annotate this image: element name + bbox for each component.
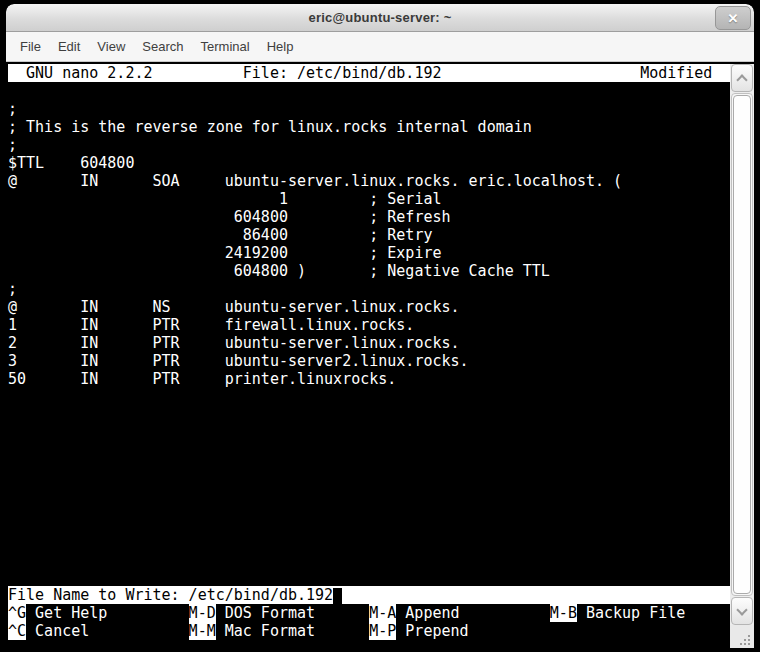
- shortcut-key: M-P: [369, 622, 396, 640]
- nano-filename-prompt[interactable]: File Name to Write: /etc/bind/db.192: [8, 586, 730, 604]
- shortcut-append: M-A Append: [369, 604, 459, 622]
- shortcut-label: Mac Format: [216, 622, 315, 640]
- terminal-line: @ IN NS ubuntu-server.linux.rocks.: [8, 298, 730, 316]
- shortcut-label: DOS Format: [216, 604, 315, 622]
- nano-filename: File: /etc/bind/db.192: [243, 64, 442, 82]
- nano-modified-flag: Modified: [640, 64, 712, 82]
- terminal-line: 1 ; Serial: [8, 190, 730, 208]
- chevron-up-icon: [736, 74, 747, 85]
- close-icon[interactable]: ✕: [715, 6, 751, 30]
- nano-header-bar: GNU nano 2.2.2File: /etc/bind/db.192Modi…: [8, 64, 730, 82]
- shortcut-cancel: ^C Cancel: [8, 622, 89, 640]
- terminal-line: ;: [8, 280, 730, 298]
- menu-item-edit[interactable]: Edit: [58, 39, 80, 54]
- terminal-line: [8, 82, 730, 100]
- shortcut-key: M-A: [369, 604, 396, 622]
- menu-item-file[interactable]: File: [20, 39, 41, 54]
- shortcut-get-help: ^G Get Help: [8, 604, 107, 622]
- shortcut-mac-format: M-M Mac Format: [189, 622, 315, 640]
- chevron-down-icon: [736, 604, 747, 615]
- terminal-line: [8, 406, 730, 424]
- window-title: eric@ubuntu-server: ~: [309, 10, 452, 25]
- scrollbar-track[interactable]: [731, 93, 753, 596]
- terminal-line: 604800 ) ; Negative Cache TTL: [8, 262, 730, 280]
- terminal-buffer: ;; This is the reverse zone for linux.ro…: [8, 82, 730, 586]
- text-cursor: [333, 588, 342, 604]
- terminal-line: @ IN SOA ubuntu-server.linux.rocks. eric…: [8, 172, 730, 190]
- terminal-line: 1 IN PTR firewall.linux.rocks.: [8, 316, 730, 334]
- menu-item-search[interactable]: Search: [142, 39, 183, 54]
- shortcut-dos-format: M-D DOS Format: [189, 604, 315, 622]
- terminal-line: $TTL 604800: [8, 154, 730, 172]
- resize-grip[interactable]: [730, 625, 754, 648]
- terminal-line: ;: [8, 100, 730, 118]
- shortcut-key: M-M: [189, 622, 216, 640]
- terminal-line: 86400 ; Retry: [8, 226, 730, 244]
- grip-dots-icon: [748, 643, 750, 645]
- terminal-line: [8, 514, 730, 532]
- shortcut-key: ^G: [8, 604, 26, 622]
- terminal-line: 50 IN PTR printer.linuxrocks.: [8, 370, 730, 388]
- terminal-screen[interactable]: GNU nano 2.2.2File: /etc/bind/db.192Modi…: [8, 64, 730, 647]
- terminal-line: [8, 478, 730, 496]
- shortcut-label: Cancel: [26, 622, 89, 640]
- shortcut-key: ^C: [8, 622, 26, 640]
- terminal-line: [8, 568, 730, 586]
- terminal-line: ;: [8, 136, 730, 154]
- shortcuts-row-1: ^G Get HelpM-D DOS FormatM-A AppendM-B B…: [8, 604, 730, 622]
- nano-version: GNU nano 2.2.2: [26, 64, 152, 82]
- terminal-line: [8, 496, 730, 514]
- scrollbar-thumb[interactable]: [733, 95, 751, 594]
- scroll-down-button[interactable]: [731, 597, 753, 625]
- terminal-line: [8, 550, 730, 568]
- terminal-line: 3 IN PTR ubuntu-server2.linux.rocks.: [8, 352, 730, 370]
- window-titlebar[interactable]: eric@ubuntu-server: ~ ✕: [6, 4, 754, 32]
- menu-item-help[interactable]: Help: [267, 39, 294, 54]
- scroll-up-button[interactable]: [731, 64, 753, 92]
- terminal-line: [8, 388, 730, 406]
- terminal-line: 2 IN PTR ubuntu-server.linux.rocks.: [8, 334, 730, 352]
- shortcut-key: M-B: [550, 604, 577, 622]
- terminal-area: GNU nano 2.2.2File: /etc/bind/db.192Modi…: [6, 62, 754, 647]
- shortcut-label: Get Help: [26, 604, 107, 622]
- prompt-text: File Name to Write: /etc/bind/db.192: [8, 586, 333, 604]
- shortcut-key: M-D: [189, 604, 216, 622]
- scrollbar[interactable]: [730, 64, 754, 648]
- terminal-line: [8, 460, 730, 478]
- shortcut-label: Append: [396, 604, 459, 622]
- menu-bar: FileEditViewSearchTerminalHelp: [6, 32, 754, 62]
- terminal-line: [8, 424, 730, 442]
- terminal-line: 2419200 ; Expire: [8, 244, 730, 262]
- terminal-line: [8, 532, 730, 550]
- shortcut-prepend: M-P Prepend: [369, 622, 468, 640]
- terminal-line: ; This is the reverse zone for linux.roc…: [8, 118, 730, 136]
- terminal-line: [8, 442, 730, 460]
- shortcuts-row-2: ^C CancelM-M Mac FormatM-P Prepend: [8, 622, 730, 640]
- menu-item-view[interactable]: View: [97, 39, 125, 54]
- terminal-window: eric@ubuntu-server: ~ ✕ FileEditViewSear…: [6, 4, 754, 648]
- terminal-line: 604800 ; Refresh: [8, 208, 730, 226]
- shortcut-label: Prepend: [396, 622, 468, 640]
- menu-item-terminal[interactable]: Terminal: [201, 39, 250, 54]
- shortcut-backup-file: M-B Backup File: [550, 604, 685, 622]
- shortcut-label: Backup File: [577, 604, 685, 622]
